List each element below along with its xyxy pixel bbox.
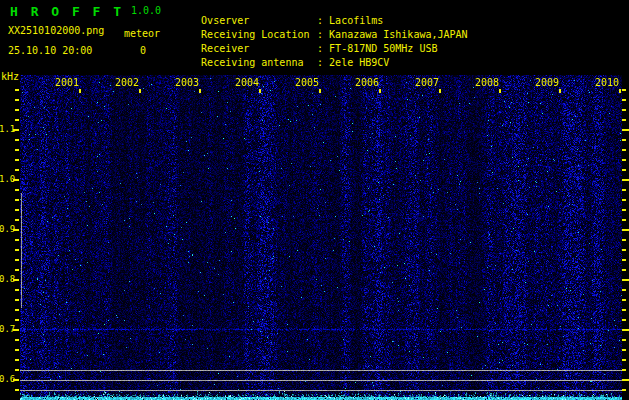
y-axis-minor-tick-right [622, 219, 626, 221]
y-axis-tick-right [622, 229, 629, 231]
hrofft-window: H R O F F T 1.0.0 XX2510102000.png meteo… [0, 0, 629, 400]
y-axis-minor-tick [15, 299, 19, 301]
y-axis-minor-tick [15, 239, 19, 241]
mode-label: meteor [124, 28, 160, 39]
y-axis-tick-right [622, 379, 629, 381]
y-axis-minor-tick-right [622, 309, 626, 311]
y-axis-minor-tick-right [622, 369, 626, 371]
y-axis-minor-tick-right [622, 239, 626, 241]
observation-datetime: 25.10.10 20:00 [8, 45, 92, 56]
y-axis-minor-tick-right [622, 99, 626, 101]
y-axis-minor-tick [15, 89, 19, 91]
y-axis-minor-tick [15, 189, 19, 191]
colon: : [317, 57, 323, 68]
x-axis-tick [499, 89, 501, 93]
y-axis-unit-label: kHz [1, 71, 19, 82]
y-axis-minor-tick-right [622, 349, 626, 351]
app-version: 1.0.0 [131, 5, 161, 16]
y-axis-minor-tick [15, 249, 19, 251]
y-axis-minor-tick-right [622, 199, 626, 201]
y-axis-minor-tick [15, 389, 19, 391]
y-axis-minor-tick-right [622, 89, 626, 91]
y-axis-tick [13, 129, 19, 131]
output-filename: XX2510102000.png [8, 25, 104, 36]
y-axis-minor-tick-right [622, 189, 626, 191]
x-axis-tick [559, 89, 561, 93]
x-axis-label: 2006 [337, 77, 379, 88]
meteor-count: 0 [140, 45, 146, 56]
x-axis-tick [619, 89, 621, 93]
y-axis-minor-tick [15, 359, 19, 361]
y-axis-minor-tick-right [622, 109, 626, 111]
info-value: 2ele HB9CV [329, 57, 389, 68]
y-axis-minor-tick [15, 159, 19, 161]
y-axis-tick-right [622, 129, 629, 131]
y-axis-label: 0.6 [0, 374, 14, 384]
x-axis-label: 2004 [217, 77, 259, 88]
y-axis-minor-tick [15, 209, 19, 211]
y-axis-minor-tick [15, 369, 19, 371]
x-axis-tick [79, 89, 81, 93]
y-axis-label: 0.7 [0, 324, 14, 334]
x-axis-tick [379, 89, 381, 93]
y-axis-tick-right [622, 279, 629, 281]
y-axis-minor-tick [15, 149, 19, 151]
x-axis-label: 2007 [397, 77, 439, 88]
y-axis-minor-tick-right [622, 139, 626, 141]
spectrogram-canvas [20, 75, 622, 400]
x-axis-tick [259, 89, 261, 93]
y-axis-minor-tick [15, 99, 19, 101]
x-axis-label: 2003 [157, 77, 199, 88]
y-axis-minor-tick-right [622, 149, 626, 151]
y-axis-minor-tick-right [622, 269, 626, 271]
x-axis-label: 2002 [97, 77, 139, 88]
x-axis-tick [199, 89, 201, 93]
app-title: H R O F F T [10, 4, 124, 19]
y-axis-minor-tick-right [622, 289, 626, 291]
y-axis-minor-tick [15, 259, 19, 261]
y-axis-minor-tick [15, 269, 19, 271]
y-axis-minor-tick-right [622, 319, 626, 321]
y-axis-minor-tick [15, 289, 19, 291]
spectrogram-plot [20, 75, 622, 400]
y-axis-tick [13, 379, 19, 381]
y-axis-minor-tick-right [622, 249, 626, 251]
x-axis-label: 2008 [457, 77, 499, 88]
y-axis-tick [13, 329, 19, 331]
x-axis-label: 2005 [277, 77, 319, 88]
y-axis-minor-tick [15, 219, 19, 221]
y-axis-minor-tick-right [622, 119, 626, 121]
x-axis-tick [439, 89, 441, 93]
y-axis-minor-tick [15, 349, 19, 351]
y-axis-minor-tick [15, 119, 19, 121]
y-axis-tick-right [622, 329, 629, 331]
y-axis-minor-tick [15, 339, 19, 341]
y-axis-minor-tick [15, 139, 19, 141]
y-axis-minor-tick-right [622, 389, 626, 391]
y-axis-tick-right [622, 179, 629, 181]
x-axis-label: 2001 [37, 77, 79, 88]
x-axis-tick [319, 89, 321, 93]
y-axis-tick [13, 279, 19, 281]
y-axis-minor-tick [15, 319, 19, 321]
y-axis-minor-tick [15, 109, 19, 111]
x-axis-tick [139, 89, 141, 93]
x-axis-label: 2010 [577, 77, 619, 88]
y-axis-minor-tick-right [622, 259, 626, 261]
y-axis-label: 0.9 [0, 224, 14, 234]
y-axis-label: 1.1 [0, 124, 14, 134]
y-axis-minor-tick-right [622, 339, 626, 341]
y-axis-minor-tick-right [622, 299, 626, 301]
y-axis-minor-tick-right [622, 169, 626, 171]
y-axis-label: 0.8 [0, 274, 14, 284]
y-axis-minor-tick [15, 199, 19, 201]
y-axis-minor-tick-right [622, 359, 626, 361]
y-axis-tick [13, 229, 19, 231]
y-axis-minor-tick-right [622, 159, 626, 161]
y-axis-minor-tick [15, 169, 19, 171]
y-axis-tick [13, 179, 19, 181]
y-axis-minor-tick [15, 309, 19, 311]
y-axis-minor-tick-right [622, 209, 626, 211]
x-axis-label: 2009 [517, 77, 559, 88]
info-label: Receiving antenna [201, 57, 317, 68]
